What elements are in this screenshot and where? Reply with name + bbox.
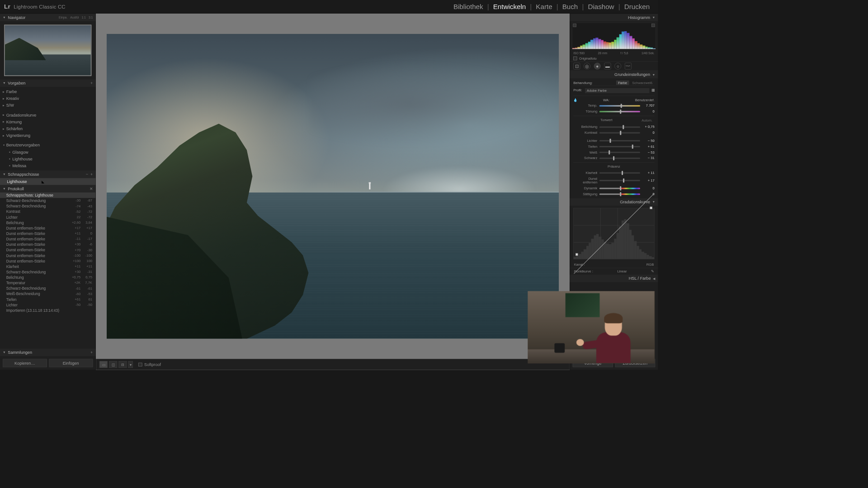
profile-select[interactable]: Adobe Farbe [585,88,650,93]
module-map[interactable]: Karte [532,3,556,10]
snapshots-header[interactable]: ▼Schnappschüsse− + [0,170,95,178]
user-preset[interactable]: Glasgow [0,149,95,155]
history-row[interactable]: Weiß-Beschneidung-60-53 [0,291,95,296]
user-preset[interactable]: Melissa [0,162,95,169]
collections-header[interactable]: ▼Sammlungen+ [0,349,95,357]
history-list: Schnappschuss: LighthouseSchwarz-Beschne… [0,192,95,349]
presets-header[interactable]: ▼Vorgaben+ [0,80,95,87]
history-row[interactable]: Schwarz-Beschneidung+30-31 [0,269,95,275]
redeye-tool-icon[interactable]: ● [594,63,601,70]
top-bar: Lr Lightroom Classic CC Bibliothek| Entw… [0,0,658,14]
tone-curve[interactable] [573,208,655,259]
paste-button[interactable]: Einfügen [49,359,93,367]
canvas-area: ▭ ◫ ⊟ ▾ Softproof [96,14,570,370]
highlights-slider[interactable] [599,140,640,141]
treatment-bw[interactable]: Schwarzweiß [630,80,655,85]
shadows-slider[interactable] [599,146,640,147]
history-row[interactable]: Schwarz-Beschneidung-30-87 [0,198,95,203]
treatment-color[interactable]: Farbe [616,80,629,85]
blacks-slider[interactable] [599,157,640,159]
history-row[interactable]: Belichtung+0,750,75 [0,275,95,280]
module-picker: Bibliothek| Entwickeln| Karte| Buch| Dia… [449,3,654,10]
module-develop[interactable]: Entwickeln [489,3,530,10]
loupe-view-icon[interactable]: ▭ [99,361,108,368]
contrast-slider[interactable] [599,132,640,133]
brush-tool-icon[interactable]: 〰 [625,63,632,70]
pointcurve-select[interactable]: Linear [617,270,627,273]
user-preset[interactable]: Lighthouse [0,155,95,162]
left-panel: ▼Navigator Einpa. Ausfül 1:1 3:1 ▼Vorgab… [0,14,96,370]
history-row[interactable]: Belichtung+2,603,84 [0,220,95,225]
history-row[interactable]: Schwarz-Beschneidung-74-43 [0,203,95,209]
checkbox-icon[interactable] [138,362,142,366]
history-row[interactable]: Dunst entfernen-Stärke+110 [0,231,95,236]
preset-folder[interactable]: Schärfen [0,125,95,132]
curve-edit-icon[interactable]: ✎ [651,270,654,273]
view-dropdown-icon[interactable]: ▾ [128,361,133,368]
module-book[interactable]: Buch [558,3,582,10]
center-toolbar: ▭ ◫ ⊟ ▾ Softproof [96,359,570,370]
whites-slider[interactable] [599,151,640,153]
vibrance-slider[interactable] [599,188,640,189]
hsl-header[interactable]: HSL / Farbe◀ [570,275,658,282]
clarity-slider[interactable] [599,172,640,174]
saturation-slider[interactable] [599,193,640,195]
basic-panel: Behandlung: Farbe Schwarzweiß Profil: Ad… [570,79,658,198]
gradient-tool-icon[interactable]: ▬ [604,63,611,70]
before-after-lr-icon[interactable]: ◫ [109,361,117,368]
cursor-icon: ◣ [42,179,44,184]
user-presets-folder[interactable]: Benutzervorgaben [0,142,95,149]
snapshot-item[interactable]: Lighthouse ◣ [0,178,95,185]
softproof-toggle[interactable]: Softproof [138,362,161,367]
history-row[interactable]: Dunst entfernen-Stärke-11-17 [0,236,95,242]
original-toggle[interactable]: Originalfoto [570,56,658,61]
history-row[interactable]: Temperatur+2K7,7K [0,280,95,286]
shadow-clip-icon[interactable] [573,23,576,27]
wb-picker-icon[interactable]: 💧 [573,98,577,102]
history-row[interactable]: Dunst entfernen-Stärke+17+17 [0,225,95,231]
module-print[interactable]: Drucken [620,3,654,10]
preset-folder[interactable]: Gradationskurve [0,112,95,118]
history-row[interactable]: Dunst entfernen-Stärke+30-6 [0,242,95,247]
highlight-clip-icon[interactable] [651,23,655,27]
history-row[interactable]: Lichter22-72 [0,215,95,220]
spot-tool-icon[interactable]: ◎ [584,63,590,70]
module-library[interactable]: Bibliothek [449,3,487,10]
main-photo[interactable] [107,34,559,339]
history-row[interactable]: Dunst entfernen-Stärke-100-100 [0,253,95,258]
history-row[interactable]: Tiefen+6161 [0,296,95,302]
preset-folder[interactable]: Kreativ [0,95,95,102]
channel-select[interactable]: RGB [646,263,654,266]
navigator-header[interactable]: ▼Navigator Einpa. Ausfül 1:1 3:1 [0,14,95,21]
history-row[interactable]: Dunst entfernen-Stärke+70-30 [0,247,95,253]
temp-slider[interactable] [599,105,640,106]
tint-slider[interactable] [599,111,640,112]
crop-tool-icon[interactable]: ⊡ [573,63,580,70]
wb-select[interactable]: Benutzerdef. [635,98,655,102]
preset-folder[interactable]: Körnung [0,118,95,125]
radial-tool-icon[interactable]: ○ [614,63,621,70]
navigator-thumbnail[interactable] [4,25,91,76]
histogram-display[interactable] [572,23,656,49]
history-row[interactable]: Importieren (13.11.18 13:14:43) [0,308,95,313]
history-row[interactable]: Schwarz-Beschneidung-61-61 [0,286,95,291]
preset-folder[interactable]: Vignettierung [0,132,95,139]
history-row[interactable]: Schnappschuss: Lighthouse [0,192,95,198]
dehaze-slider[interactable] [599,180,640,181]
local-tools: ⊡ ◎ ● ▬ ○ 〰 [570,61,658,71]
before-after-tb-icon[interactable]: ⊟ [118,361,127,368]
histogram-header[interactable]: Histogramm▼ [570,14,658,21]
history-header[interactable]: ▼Protokoll✕ [0,185,95,192]
preset-folder[interactable]: Farbe [0,89,95,95]
auto-tone[interactable]: Autom. [640,118,655,123]
profile-grid-icon[interactable]: ▦ [651,88,655,93]
preset-folder[interactable]: S/W [0,102,95,109]
history-row[interactable]: Lichter-50-50 [0,302,95,308]
basic-header[interactable]: Grundeinstellungen▼ [570,71,658,79]
history-row[interactable]: Klarheit+11+11 [0,264,95,269]
history-row[interactable]: Dunst entfernen-Stärke+100100 [0,258,95,264]
module-slideshow[interactable]: Diashow [584,3,618,10]
copy-button[interactable]: Kopieren… [3,359,47,367]
history-row[interactable]: Kontrast-52-72 [0,209,95,214]
exposure-slider[interactable] [599,126,640,127]
